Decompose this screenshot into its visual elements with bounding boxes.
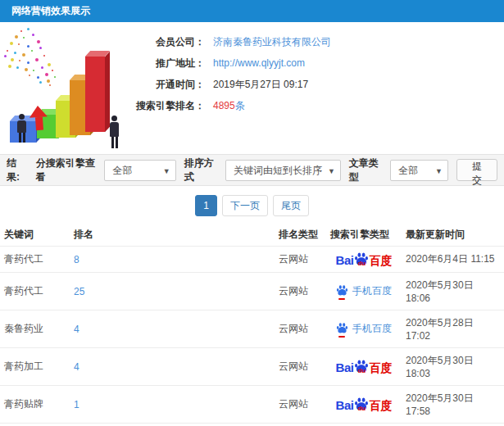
window-title-bar: 网络营销效果展示 [0,0,504,22]
rank-type-cell: 云网站 [275,247,326,273]
baidu-logo: Baidu百度 [336,397,393,411]
keyword-cell: 膏药加工 [0,348,70,386]
engine-type-cell: 手机百度 [326,424,402,426]
rank-link[interactable]: 8 [74,254,79,265]
rank-cell: 25 [70,273,275,310]
filter-bar: 结果: 分搜索引擎查看 全部 ▼ 排序方式 关键词由短到长排序 ▼ 文章类型 全… [0,154,504,186]
rank-cell: 4 [70,348,275,386]
engine-view-label: 分搜索引擎查看 [36,156,100,184]
rank-link[interactable]: 4 [74,361,79,373]
chart-bar [85,57,105,132]
rank-link[interactable]: 25 [74,286,84,297]
col-header-updated: 最新更新时间 [402,224,504,247]
mobile-baidu-logo: 手机百度 [336,322,392,336]
rank-cell: 4 [70,310,275,348]
table-header-row: 关键词 排名 排名类型 搜索引擎类型 最新更新时间 [0,224,504,247]
rank-link[interactable]: 4 [74,324,79,335]
col-header-rank-type: 排名类型 [275,224,326,247]
info-row-opened: 开通时间： 2019年5月27日 09:17 [133,74,504,95]
updated-time-cell: 2020年6月4日 11:15 [402,247,504,273]
last-page-button[interactable]: 尾页 [273,195,309,216]
updated-time-cell: 2020年5月28日 17:02 [402,310,504,348]
table-row: 膏药代工25云网站手机百度2020年5月30日 18:06 [0,273,504,310]
rank-count-label: 搜索引擎排名： [133,99,205,113]
keyword-cell: 膏药代工 [0,247,70,273]
baidu-logo: Baidu百度 [336,252,393,266]
rank-cell: 8 [70,247,275,273]
engine-type-cell: Baidu百度 [326,247,402,273]
page-button-current[interactable]: 1 [195,195,217,216]
opened-time-value: 2019年5月27日 09:17 [213,78,308,92]
rank-cell: 29 [70,424,275,426]
info-row-url: 推广地址： http://www.qlyyjt.com [133,52,504,74]
engine-type-cell: Baidu百度 [326,348,402,386]
col-header-keyword: 关键词 [0,224,70,247]
next-page-button[interactable]: 下一页 [222,195,268,216]
growth-chart-illustration [0,24,143,153]
chevron-down-icon: ▼ [163,161,170,182]
mobile-baidu-logo: 手机百度 [336,284,392,298]
updated-time-cell: 2020年5月30日 18:03 [402,348,504,386]
thinking-figure [110,116,119,148]
submit-button[interactable]: 提交 [456,159,497,181]
engine-type-cell: 手机百度 [326,310,402,348]
updated-time-cell: 2020年5月30日 18:06 [402,273,504,310]
page-title: 网络营销效果展示 [11,5,90,16]
engine-type-cell: Baidu百度 [326,386,402,424]
rank-count-value: 4895条 [213,99,245,113]
chevron-down-icon: ▼ [328,161,335,182]
rank-type-cell: 云网站 [275,273,326,310]
article-type-select[interactable]: 全部 ▼ [390,160,448,181]
sort-label: 排序方式 [184,156,220,184]
engine-type-cell: 手机百度 [326,273,402,310]
rank-type-cell: 云网站 [275,348,326,386]
baidu-paw-icon [336,284,348,297]
article-type-label: 文章类型 [349,156,385,184]
sort-select[interactable]: 关键词由短到长排序 ▼ [225,160,341,181]
baidu-logo: Baidu百度 [336,359,393,374]
company-label: 会员公司： [133,35,205,49]
businessman-figure [17,114,26,143]
table-row: 膏药代工8云网站Baidu百度2020年6月4日 11:15 [0,247,504,273]
keyword-cell: 膏药代工 [0,273,70,310]
rank-type-cell: 云网站 [275,310,326,348]
updated-time-cell: 2020年5月28日 16:55 [402,424,504,426]
result-label: 结果: [7,156,28,184]
up-arrow-icon [29,105,48,130]
rank-cell: 1 [70,386,275,424]
col-header-rank: 排名 [70,224,275,247]
info-section: 会员公司： 济南秦鲁药业科技有限公司 推广地址： http://www.qlyy… [0,22,504,154]
table-body: 膏药代工8云网站Baidu百度2020年6月4日 11:15膏药代工25云网站手… [0,247,504,426]
pagination: 1 下一页 尾页 [0,186,504,224]
rank-link[interactable]: 1 [74,399,79,410]
results-table: 关键词 排名 排名类型 搜索引擎类型 最新更新时间 膏药代工8云网站Baidu百… [0,224,504,426]
chevron-down-icon: ▼ [435,161,443,182]
table-row: 膏药加工4云网站Baidu百度2020年5月30日 18:03 [0,348,504,386]
table-row: 秦鲁药业4云网站手机百度2020年5月28日 17:02 [0,310,504,348]
promo-url-link[interactable]: http://www.qlyyjt.com [213,57,305,69]
company-link[interactable]: 济南秦鲁药业科技有限公司 [213,35,331,49]
keyword-cell: 秦鲁药业 [0,310,70,348]
engine-view-select[interactable]: 全部 ▼ [104,160,175,181]
info-row-company: 会员公司： 济南秦鲁药业科技有限公司 [133,31,504,52]
table-row: 口罩贴牌29云网站手机百度2020年5月28日 16:55 [0,424,504,426]
rank-type-cell: 云网站 [275,386,326,424]
info-row-rank-count: 搜索引擎排名： 4895条 [133,95,504,116]
table-row: 膏药贴牌1云网站Baidu百度2020年5月30日 17:58 [0,386,504,424]
updated-time-cell: 2020年5月30日 17:58 [402,386,504,424]
baidu-paw-icon [336,322,348,334]
promo-url-label: 推广地址： [133,57,205,70]
keyword-cell: 膏药贴牌 [0,386,70,424]
keyword-cell: 口罩贴牌 [0,424,70,426]
opened-time-label: 开通时间： [133,78,205,92]
rank-type-cell: 云网站 [275,424,326,426]
col-header-engine-type: 搜索引擎类型 [326,224,402,247]
